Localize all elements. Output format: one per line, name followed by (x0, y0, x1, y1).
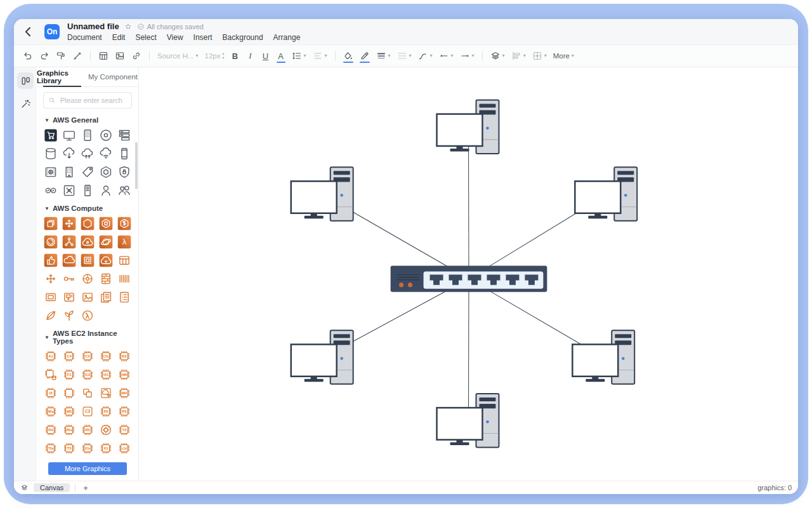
menu-background[interactable]: Background (223, 33, 263, 42)
distribute-icon[interactable]: ▾ (530, 48, 549, 64)
favorite-star-icon[interactable] (124, 23, 132, 30)
undo-icon[interactable] (20, 48, 36, 64)
menu-view[interactable]: View (167, 33, 183, 42)
shape-p3[interactable]: P3 (117, 404, 132, 419)
panel-scrollbar[interactable] (135, 142, 138, 189)
shape-ol-target[interactable] (80, 271, 95, 286)
shape-h1[interactable]: H1 (98, 367, 114, 382)
shape-sq-copy[interactable] (43, 216, 58, 231)
menu-arrange[interactable]: Arrange (273, 33, 301, 42)
shape-sq-tree[interactable] (62, 234, 77, 250)
ai-wand-button[interactable] (17, 95, 34, 112)
pages-layers-icon[interactable] (20, 484, 29, 492)
pc-lower-right[interactable] (572, 330, 634, 384)
shape-t2[interactable]: T2 (117, 422, 132, 438)
shape-m5[interactable]: M5 (62, 404, 77, 419)
shape-chip-cloud[interactable] (98, 385, 114, 401)
tab-graphics-library[interactable]: Graphics Library (37, 67, 88, 86)
add-page-button[interactable]: + (81, 483, 91, 493)
shape-g-cloud-wifi[interactable] (98, 146, 114, 161)
shape-r5[interactable]: R5 (80, 422, 95, 438)
network-diagram[interactable] (139, 67, 798, 481)
shape-ol-bricks[interactable] (98, 271, 114, 286)
shape-sq-hexdollar[interactable] (117, 216, 132, 231)
pc-bottom[interactable] (437, 394, 499, 448)
table-icon[interactable] (96, 48, 111, 64)
shape-ol-lambdacircle[interactable] (80, 308, 95, 323)
section-header-aws-compute[interactable]: ▼AWS Compute (37, 199, 138, 215)
shape-g-disc[interactable] (98, 128, 114, 143)
shape-chip-db[interactable] (43, 367, 58, 382)
shape-sq-cloudbrain[interactable] (98, 253, 114, 268)
search-input[interactable] (59, 96, 127, 105)
shape-g-monitor[interactable] (62, 128, 77, 143)
shape-g-mobile[interactable] (117, 146, 132, 161)
shape-t3[interactable]: T3 (62, 441, 77, 456)
connector-style-icon[interactable]: ▾ (416, 48, 435, 64)
shape-sq-hex[interactable] (80, 216, 95, 231)
shape-d2[interactable]: D2 (117, 349, 132, 364)
shape-g-user[interactable] (98, 183, 114, 198)
shape-m4[interactable]: M4 (117, 385, 132, 401)
shape-ol-keyarrow[interactable] (62, 271, 77, 286)
shape-a1[interactable]: A1 (43, 349, 58, 364)
shape-r4[interactable]: R4 (43, 422, 58, 438)
shape-ol-image[interactable] (80, 290, 95, 305)
shape-g-cylinder[interactable] (43, 146, 58, 161)
italic-button[interactable]: I (244, 48, 258, 64)
section-header-aws-general[interactable]: ▼AWS General (37, 111, 138, 126)
shape-g-cube[interactable] (98, 164, 114, 180)
shape-p2[interactable]: P2 (98, 404, 114, 419)
canvas-page-tab[interactable]: Canvas (34, 483, 70, 492)
shape-i3[interactable]: I3 (43, 385, 58, 401)
shape-ol-move[interactable] (43, 271, 58, 286)
underline-button[interactable]: U (259, 48, 273, 64)
menu-edit[interactable]: Edit (112, 33, 126, 42)
shape-sq-move[interactable] (62, 216, 77, 231)
shape-hmi[interactable]: HMI (117, 367, 132, 382)
shape-sq-globe[interactable] (98, 234, 114, 250)
line-style-icon[interactable]: ▾ (395, 48, 414, 64)
arrow-end-icon[interactable]: ▾ (457, 48, 477, 64)
shape-t3a[interactable]: T3a (43, 441, 58, 456)
back-button[interactable] (22, 25, 36, 39)
diagram-canvas[interactable] (138, 67, 798, 481)
font-color-button[interactable]: A (274, 48, 288, 64)
menu-insert[interactable]: Insert (193, 33, 213, 42)
shape-g-stack[interactable] (117, 128, 132, 143)
shape-g-film[interactable] (43, 164, 58, 180)
format-painter-icon[interactable] (53, 48, 69, 64)
search-box[interactable] (43, 92, 132, 109)
shape-r5a[interactable]: R5a (62, 422, 77, 438)
shape-ol-list[interactable] (117, 290, 132, 305)
shape-g-toolbox[interactable] (62, 183, 77, 198)
shape-f1[interactable]: F1 (62, 367, 77, 382)
shape-g-cloud-down[interactable] (62, 146, 77, 161)
pc-lower-left[interactable] (291, 330, 353, 384)
tab-my-component[interactable]: My Component (88, 67, 138, 86)
more-button[interactable]: More▾ (551, 48, 577, 64)
shape-ol-leaf[interactable] (43, 308, 58, 323)
stroke-color-icon[interactable] (357, 48, 372, 64)
shape-c4[interactable]: C4 (62, 349, 77, 364)
shape-sq-hexring[interactable] (98, 216, 114, 231)
shape-g-cloud-up[interactable] (80, 146, 95, 161)
shape-g-users[interactable] (117, 183, 132, 198)
shape-g-rack[interactable] (80, 128, 95, 143)
shape-g-tower[interactable] (80, 183, 95, 198)
shape-x1e[interactable]: X1e (80, 441, 95, 456)
shape-z1d[interactable]: z1d (117, 441, 132, 456)
align-objects-icon[interactable]: ▾ (509, 48, 528, 64)
menu-select[interactable]: Select (135, 33, 156, 42)
arrow-start-icon[interactable]: ▾ (436, 48, 456, 64)
shape-ol-barcode[interactable] (117, 271, 132, 286)
shape-g-shield[interactable] (117, 164, 132, 180)
style-brush-icon[interactable] (70, 48, 85, 64)
image-icon[interactable] (112, 48, 128, 64)
shape-ol-framemon[interactable] (62, 290, 77, 305)
document-title[interactable]: Unnamed file (67, 22, 119, 31)
app-logo[interactable]: On (44, 24, 60, 39)
text-align-icon[interactable]: ▾ (310, 48, 330, 64)
shape-g3[interactable]: G3 (80, 367, 95, 382)
shape-m5a[interactable]: M5a (43, 404, 58, 419)
